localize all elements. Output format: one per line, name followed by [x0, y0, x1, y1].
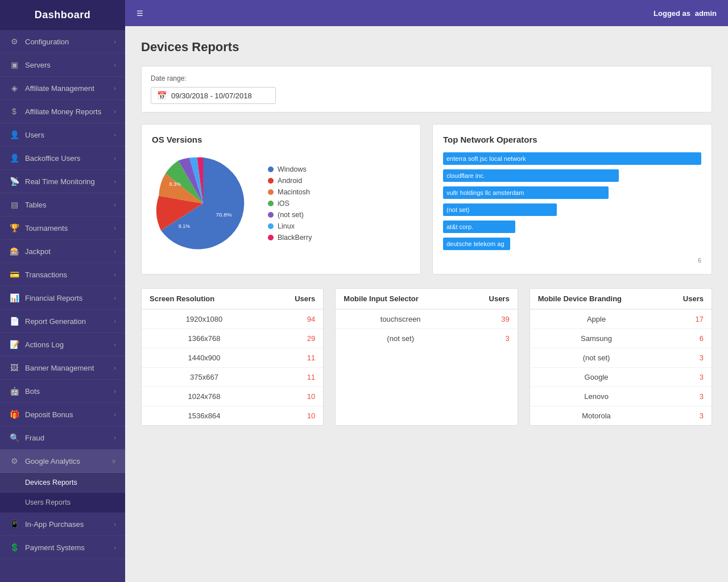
sidebar-item-in-app-purchases[interactable]: 📱 In-App Purchases ›	[0, 513, 125, 536]
bar-track-1: cloudflare inc.	[443, 169, 701, 182]
brand-cell: (not set)	[530, 348, 663, 368]
tournaments-icon: 🏆	[9, 223, 19, 232]
mobile-branding-table-card: Mobile Device Branding Users Apple17Sams…	[530, 288, 712, 426]
sidebar-sub-item-users-reports[interactable]: Users Reports	[0, 493, 125, 513]
chevron-right-icon: ›	[114, 318, 116, 325]
pie-chart-container: 70.8% 9.1% 8.3% Windows Android	[152, 152, 410, 255]
bar-fill-5: deutsche telekom ag	[443, 238, 510, 250]
sidebar-item-fraud[interactable]: 🔍 Fraud ›	[0, 426, 125, 450]
pie-label-macintosh: 8.3%	[169, 181, 181, 187]
sidebar-item-transactions[interactable]: 💳 Transactions ›	[0, 263, 125, 286]
legend-label-ios: iOS	[278, 199, 289, 207]
payment-systems-icon: 💲	[9, 543, 19, 552]
bar-chart-container: enterra soft jsc local network cloudflar…	[443, 152, 701, 264]
resolution-cell: 375x667	[142, 368, 267, 387]
legend-dot-macintosh	[268, 189, 274, 195]
table-row: 1536x86410	[142, 406, 323, 426]
affiliate-management-icon: ◈	[9, 84, 19, 93]
table-row: Apple17	[530, 309, 712, 329]
date-range-value: 09/30/2018 - 10/07/2018	[171, 92, 252, 100]
bar-row-5: deutsche telekom ag	[443, 238, 701, 250]
username-label: admin	[695, 9, 717, 18]
chevron-right-icon: ›	[114, 294, 116, 301]
table-row: Google3	[530, 368, 712, 387]
bar-track-0: enterra soft jsc local network	[443, 152, 701, 165]
users-cell: 3	[663, 387, 712, 406]
bots-icon: 🤖	[9, 386, 19, 396]
sidebar-item-users[interactable]: 👤 Users ›	[0, 123, 125, 147]
sidebar-item-financial-reports[interactable]: 📊 Financial Reports ›	[0, 286, 125, 310]
sidebar-item-report-generation[interactable]: 📄 Report Generation ›	[0, 310, 125, 333]
bar-fill-2: vultr holdings llc amsterdam	[443, 186, 609, 199]
sidebar-item-affiliate-money-reports[interactable]: $ Affiliate Money Reports ›	[0, 100, 125, 123]
sidebar-item-tables[interactable]: ▤ Tables ›	[0, 193, 125, 217]
sidebar-label-tournaments: Tournaments	[25, 224, 68, 232]
page-title: Devices Reports	[141, 40, 712, 55]
bar-row-4: at&t corp.	[443, 221, 701, 233]
main-area: ☰ Logged as admin Devices Reports Date r…	[125, 0, 728, 582]
sidebar: Dashboard ⚙ Configuration › ▣ Servers › …	[0, 0, 125, 582]
date-range-picker[interactable]: 📅 09/30/2018 - 10/07/2018	[151, 87, 276, 104]
resolution-cell: 1536x864	[142, 406, 267, 426]
resolution-cell: 1440x900	[142, 348, 267, 368]
pie-legend: Windows Android Macintosh iOS	[268, 165, 312, 242]
legend-item-linux: Linux	[268, 222, 312, 230]
bar-fill-4: at&t corp.	[443, 221, 515, 233]
financial-reports-icon: 📊	[9, 293, 19, 302]
brand-cell: Samsung	[530, 329, 663, 348]
legend-label-macintosh: Macintosh	[278, 188, 310, 196]
chevron-right-icon: ›	[114, 108, 116, 115]
sidebar-item-payment-systems[interactable]: 💲 Payment Systems ›	[0, 536, 125, 559]
sidebar-item-jackpot[interactable]: 🎰 Jackpot ›	[0, 240, 125, 263]
sidebar-sub-item-devices-reports[interactable]: Devices Reports	[0, 473, 125, 493]
monitoring-icon: 📡	[9, 177, 19, 186]
sidebar-item-backoffice-users[interactable]: 👤 Backoffice Users ›	[0, 147, 125, 170]
tables-icon: ▤	[9, 200, 19, 209]
topbar: ☰ Logged as admin	[125, 0, 728, 26]
bar-track-5: deutsche telekom ag	[443, 238, 701, 250]
chevron-right-icon: ›	[114, 248, 116, 255]
sidebar-item-configuration[interactable]: ⚙ Configuration ›	[0, 30, 125, 53]
mobile-input-users-col-header: Users	[465, 289, 518, 309]
content-area: Devices Reports Date range: 📅 09/30/2018…	[125, 26, 728, 582]
sidebar-item-deposit-bonus[interactable]: 🎁 Deposit Bonus ›	[0, 403, 125, 426]
sidebar-label-affiliate-money-reports: Affiliate Money Reports	[25, 107, 101, 116]
backoffice-icon: 👤	[9, 153, 19, 163]
date-range-label: Date range:	[151, 74, 702, 82]
calendar-icon: 📅	[157, 91, 167, 100]
table-row: (not set)3	[530, 348, 712, 368]
resolution-cell: 1920x1080	[142, 309, 267, 329]
sidebar-item-affiliate-management[interactable]: ◈ Affiliate Management ›	[0, 77, 125, 100]
users-cell: 29	[267, 329, 323, 348]
users-cell: 3	[663, 406, 712, 426]
legend-item-notset: (not set)	[268, 211, 312, 219]
sidebar-item-google-analytics[interactable]: ⚙ Google Analytics ∨	[0, 450, 125, 473]
chevron-right-icon: ›	[114, 341, 116, 348]
sidebar-label-transactions: Transactions	[25, 271, 67, 279]
sidebar-label-affiliate-management: Affiliate Management	[25, 84, 94, 93]
bar-axis-label: 6	[698, 257, 701, 264]
sidebar-item-real-time-monitoring[interactable]: 📡 Real Time Monitoring ›	[0, 170, 125, 193]
menu-toggle-button[interactable]: ☰	[136, 9, 143, 18]
sidebar-item-banner-management[interactable]: 🖼 Banner Management ›	[0, 356, 125, 380]
chevron-right-icon: ›	[114, 225, 116, 231]
sidebar-label-google-analytics: Google Analytics	[25, 457, 80, 465]
google-analytics-submenu: Devices Reports Users Reports	[0, 473, 125, 513]
sidebar-label-payment-systems: Payment Systems	[25, 543, 85, 552]
sidebar-item-tournaments[interactable]: 🏆 Tournaments ›	[0, 217, 125, 240]
jackpot-icon: 🎰	[9, 247, 19, 256]
sidebar-item-servers[interactable]: ▣ Servers ›	[0, 53, 125, 77]
sidebar-label-banner-management: Banner Management	[25, 364, 94, 372]
brand-cell: Motorola	[530, 406, 663, 426]
actions-log-icon: 📝	[9, 340, 19, 349]
chevron-right-icon: ›	[114, 61, 116, 68]
legend-label-linux: Linux	[278, 222, 295, 230]
sidebar-item-bots[interactable]: 🤖 Bots ›	[0, 380, 125, 403]
mobile-branding-users-col-header: Users	[663, 289, 712, 309]
sidebar-item-actions-log[interactable]: 📝 Actions Log ›	[0, 333, 125, 356]
resolution-cell: 1366x768	[142, 329, 267, 348]
chevron-right-icon: ›	[114, 411, 116, 418]
legend-dot-notset	[268, 212, 274, 218]
bar-fill-1: cloudflare inc.	[443, 169, 619, 182]
users-cell: 3	[663, 348, 712, 368]
